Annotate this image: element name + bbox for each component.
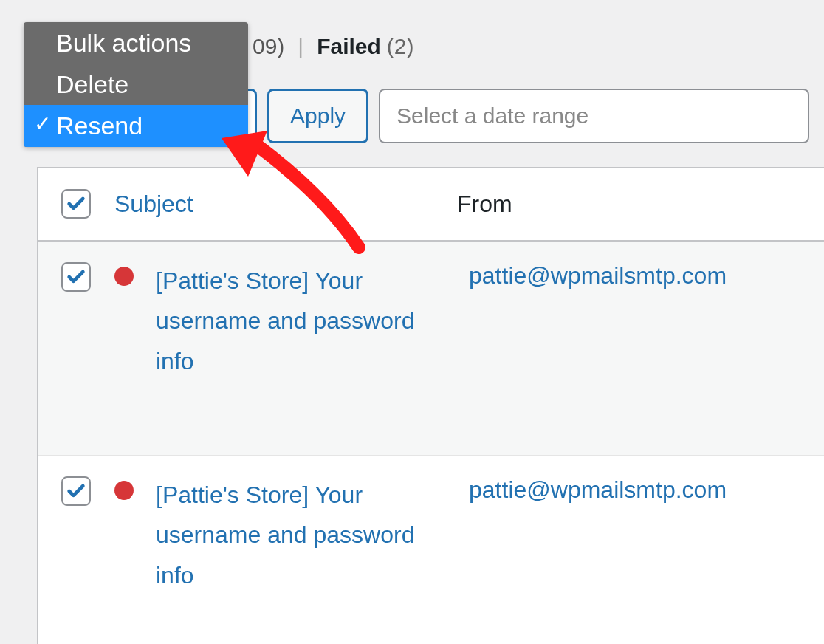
dropdown-item-bulk-actions[interactable]: Bulk actions	[24, 22, 248, 64]
check-icon	[66, 193, 86, 214]
table-row: [Pattie's Store] Your username and passw…	[38, 242, 824, 456]
table-body: [Pattie's Store] Your username and passw…	[38, 242, 824, 644]
tab-failed-label[interactable]: Failed	[317, 34, 381, 59]
status-failed-icon	[114, 481, 134, 500]
row-subject[interactable]: [Pattie's Store] Your username and passw…	[156, 261, 451, 436]
check-icon	[66, 267, 86, 287]
tab-failed-count: (2)	[387, 34, 414, 59]
row-from[interactable]: pattie@wpmailsmtp.com	[469, 261, 800, 436]
column-header-subject-label: Subject	[114, 191, 193, 218]
date-range-input[interactable]	[379, 89, 809, 143]
status-cell	[114, 261, 138, 436]
row-checkbox-cell	[61, 261, 97, 436]
check-icon	[66, 481, 86, 501]
bulk-action-dropdown[interactable]: Bulk actions Delete Resend	[24, 22, 248, 147]
tab-divider: |	[298, 34, 303, 59]
apply-button[interactable]: Apply	[267, 89, 368, 143]
dropdown-item-delete[interactable]: Delete	[24, 64, 248, 105]
column-header-from: From	[457, 191, 800, 218]
row-checkbox[interactable]	[61, 476, 91, 506]
select-all-checkbox[interactable]	[61, 189, 91, 219]
column-header-subject[interactable]: Subject	[114, 191, 439, 218]
status-cell	[114, 475, 138, 644]
table-row: [Pattie's Store] Your username and passw…	[38, 456, 824, 644]
row-checkbox-cell	[61, 475, 97, 644]
table-header: Subject From	[38, 168, 824, 242]
dropdown-item-resend[interactable]: Resend	[24, 105, 248, 146]
select-all-cell	[61, 189, 97, 219]
count-partial: 09)	[253, 34, 284, 59]
row-checkbox[interactable]	[61, 262, 91, 292]
status-failed-icon	[114, 267, 134, 286]
row-subject[interactable]: [Pattie's Store] Your username and passw…	[156, 475, 451, 644]
row-from[interactable]: pattie@wpmailsmtp.com	[469, 475, 800, 644]
email-log-table: Subject From [Pattie's Store] Your usern…	[37, 167, 824, 644]
filter-status-text: 09) | Failed (2)	[253, 34, 414, 59]
